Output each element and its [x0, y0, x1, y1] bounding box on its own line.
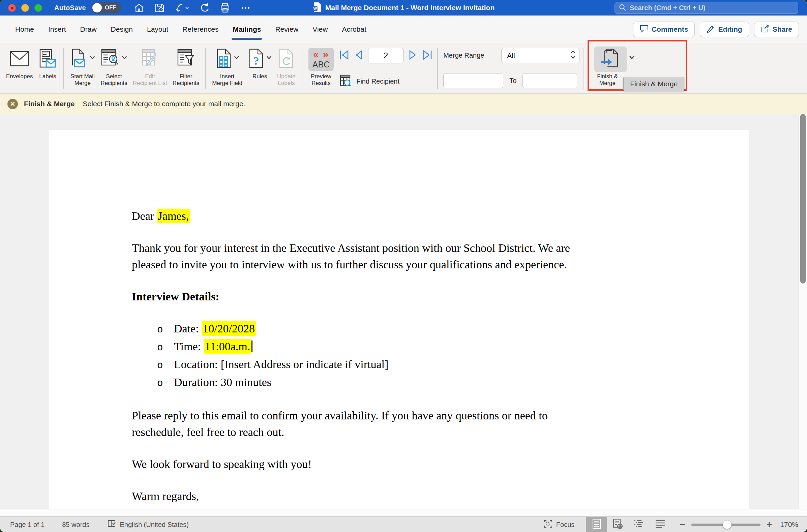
envelopes-button[interactable]: Envelopes — [3, 46, 35, 80]
vertical-scrollbar[interactable] — [799, 114, 807, 509]
record-navigation: Find Recipient — [337, 46, 434, 91]
ribbon-separator — [437, 48, 438, 89]
zoom-in-button[interactable]: + — [767, 519, 772, 530]
labels-button[interactable]: Labels — [35, 46, 60, 80]
select-recipients-button[interactable]: Select Recipients — [98, 46, 130, 87]
labels-icon — [38, 49, 57, 70]
more-options-icon[interactable] — [241, 3, 251, 13]
tab-layout[interactable]: Layout — [140, 16, 175, 43]
labels-label: Labels — [39, 73, 56, 80]
list-item-date: o Date: 10/20/2028 — [157, 320, 667, 338]
paragraph-intro: Thank you for your interest in the Execu… — [132, 240, 667, 273]
draft-view-button[interactable] — [650, 517, 671, 532]
print-icon[interactable] — [220, 3, 230, 13]
vertical-scrollbar-thumb[interactable] — [800, 114, 806, 284]
zoom-out-button[interactable]: − — [679, 519, 685, 530]
titlebar: AutoSave OFF W Mail Merge Document 1 - W… — [0, 0, 807, 16]
draft-icon — [655, 519, 666, 530]
merge-range-select[interactable]: All — [501, 48, 579, 63]
tab-acrobat[interactable]: Acrobat — [335, 16, 373, 43]
finish-merge-button[interactable] — [594, 46, 627, 72]
notification-message: Select Finish & Merge to complete your m… — [83, 100, 245, 108]
edit-recipient-list-icon — [140, 49, 159, 70]
tab-references[interactable]: References — [175, 16, 226, 43]
previous-record-button[interactable] — [354, 50, 363, 62]
zoom-slider[interactable] — [691, 524, 761, 526]
home-icon[interactable] — [134, 3, 144, 13]
comment-icon — [640, 25, 649, 34]
last-record-button[interactable] — [422, 50, 433, 62]
insert-merge-field-button[interactable]: Insert Merge Field — [209, 46, 245, 87]
merge-from-input[interactable] — [443, 73, 503, 88]
merge-range-group: Merge Range All To — [441, 46, 580, 91]
edit-recipient-list-label: Edit Recipient List — [133, 73, 167, 87]
autosave-toggle[interactable]: OFF — [91, 2, 121, 14]
tab-mailings[interactable]: Mailings — [226, 16, 268, 43]
bullet-marker: o — [157, 357, 174, 374]
merge-field-time: 11:00a.m. — [204, 339, 251, 354]
start-mail-merge-label: Start Mail Merge — [71, 73, 95, 87]
word-count[interactable]: 85 words — [62, 521, 89, 529]
update-labels-label: Update Labels — [277, 73, 296, 87]
close-window-button[interactable] — [8, 4, 16, 12]
zoom-window-button[interactable] — [34, 4, 42, 12]
focus-button[interactable]: Focus — [544, 520, 574, 530]
next-record-button[interactable] — [408, 50, 417, 62]
notification-title: Finish & Merge — [24, 100, 75, 108]
zoom-level[interactable]: 170% — [772, 520, 798, 529]
list-item-time: o Time: 11:00a.m. — [157, 338, 667, 356]
ribbon-separator — [63, 48, 64, 89]
select-recipients-icon — [101, 49, 120, 70]
horizontal-scrollbar[interactable] — [0, 509, 807, 516]
preview-results-group: « » ABC Preview Results Find Recipient — [306, 46, 434, 92]
merge-to-input[interactable] — [522, 73, 577, 88]
list-item-location: o Location: [Insert Address or indicate … — [157, 356, 667, 374]
document-page[interactable]: Dear James, Thank you for your interest … — [49, 129, 749, 516]
chevron-down-icon — [122, 55, 127, 61]
find-recipient-button[interactable]: Find Recipient — [339, 75, 433, 88]
save-icon[interactable] — [154, 3, 165, 13]
undo-icon[interactable] — [175, 3, 189, 13]
print-layout-view-button[interactable] — [586, 517, 607, 532]
redo-icon[interactable] — [199, 3, 210, 13]
tab-insert[interactable]: Insert — [41, 16, 73, 43]
proofing-status[interactable]: English (United States) — [107, 519, 189, 530]
dismiss-notification-icon[interactable]: ✕ — [7, 99, 18, 109]
find-recipient-label: Find Recipient — [356, 78, 400, 85]
share-button[interactable]: Share — [754, 22, 799, 37]
finish-merge-icon — [600, 49, 621, 70]
preview-results-button[interactable]: « » ABC Preview Results — [306, 46, 337, 87]
tab-review[interactable]: Review — [268, 16, 305, 43]
tab-draw[interactable]: Draw — [73, 16, 104, 43]
ribbon-separator — [205, 48, 206, 89]
zoom-slider-knob[interactable] — [723, 520, 732, 529]
outline-view-button[interactable] — [628, 517, 650, 532]
document-canvas: Dear James, Thank you for your interest … — [0, 114, 807, 516]
minimize-window-button[interactable] — [21, 4, 29, 12]
chevron-down-icon — [90, 55, 95, 61]
word-doc-icon: W — [312, 2, 321, 14]
page-count[interactable]: Page 1 of 1 — [10, 521, 44, 529]
interview-details-list: o Date: 10/20/2028 o Time: 11:00a.m. o L… — [157, 320, 667, 392]
notification-bar: ✕ Finish & Merge Select Finish & Merge t… — [0, 94, 807, 114]
editing-button[interactable]: Editing — [700, 22, 749, 37]
update-labels-icon — [278, 49, 295, 70]
bullet-marker: o — [157, 375, 174, 392]
greeting-line: Dear James, — [132, 208, 667, 224]
rules-button[interactable]: ? Rules — [245, 46, 274, 80]
web-layout-view-button[interactable] — [607, 517, 628, 532]
record-number-input[interactable] — [368, 48, 404, 63]
select-recipients-label: Select Recipients — [100, 73, 127, 87]
tab-design[interactable]: Design — [104, 16, 140, 43]
start-mail-merge-button[interactable]: Start Mail Merge — [67, 46, 98, 87]
stepper-icon — [570, 50, 576, 61]
ribbon-separator — [302, 48, 302, 89]
search-input[interactable]: Search (Cmd + Ctrl + U) — [615, 2, 798, 14]
insert-merge-field-label: Insert Merge Field — [212, 73, 242, 87]
comments-button[interactable]: Comments — [633, 22, 695, 37]
tab-view[interactable]: View — [305, 16, 335, 43]
bullet-marker: o — [157, 340, 174, 356]
tab-home[interactable]: Home — [8, 16, 41, 43]
first-record-button[interactable] — [339, 50, 349, 62]
filter-recipients-button[interactable]: Filter Recipients — [170, 46, 202, 87]
